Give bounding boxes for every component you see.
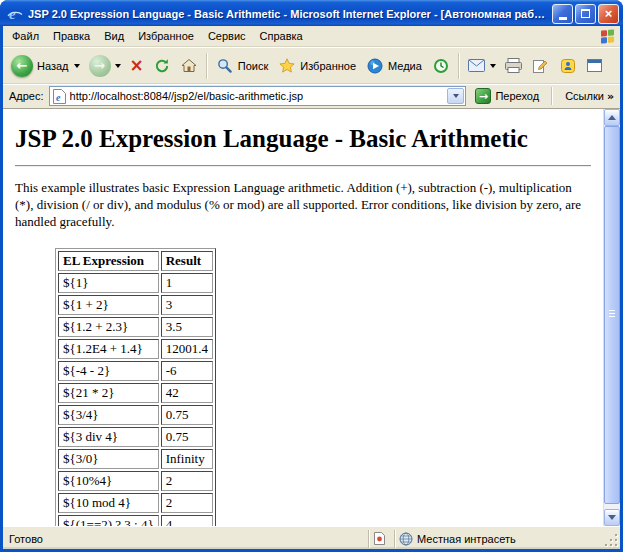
forward-button[interactable]: → xyxy=(85,52,125,80)
print-button[interactable] xyxy=(501,54,527,78)
status-page-icon xyxy=(373,532,385,546)
el-expression-cell: ${-4 - 2} xyxy=(58,361,159,381)
result-cell: 42 xyxy=(161,383,213,403)
media-icon xyxy=(366,57,384,75)
result-cell: 2 xyxy=(161,493,213,513)
result-cell: 2 xyxy=(161,471,213,491)
links-toolbar[interactable]: Ссылки » xyxy=(561,90,616,103)
resize-grip[interactable] xyxy=(604,531,618,547)
navigation-toolbar: ← Назад → × xyxy=(3,47,620,84)
refresh-button[interactable] xyxy=(149,54,175,78)
menu-item-help[interactable]: Справка xyxy=(253,27,310,45)
table-row: ${-4 - 2} -6 xyxy=(58,361,213,381)
vertical-scrollbar[interactable] xyxy=(603,109,620,526)
el-expression-cell: ${3/0} xyxy=(58,449,159,469)
favorites-star-icon xyxy=(278,57,296,75)
menu-item-file[interactable]: Файл xyxy=(5,27,46,45)
scroll-down-button[interactable] xyxy=(604,509,620,526)
address-bar: Адрес: e → Переход Ссылки » xyxy=(3,84,620,108)
result-cell: 3.5 xyxy=(161,317,213,337)
content-area: JSP 2.0 Expression Language - Basic Arit… xyxy=(3,108,620,526)
back-button[interactable]: ← Назад xyxy=(7,52,84,80)
scroll-thumb[interactable] xyxy=(604,126,620,504)
go-arrow-icon: → xyxy=(475,88,491,104)
title-bar: e JSP 2.0 Expression Language - Basic Ar… xyxy=(0,0,623,26)
back-dropdown-icon[interactable] xyxy=(74,64,80,71)
scroll-track[interactable] xyxy=(604,126,620,509)
el-expression-cell: ${10%4} xyxy=(58,471,159,491)
close-icon: × xyxy=(605,7,613,20)
search-button[interactable]: Поиск xyxy=(212,54,273,78)
favorites-button[interactable]: Избранное xyxy=(274,54,361,78)
table-header-row: EL Expression Result xyxy=(58,251,213,271)
status-text: Готово xyxy=(9,533,43,545)
menu-item-view[interactable]: Вид xyxy=(97,27,131,45)
status-icon-pane xyxy=(368,530,394,548)
el-expression-cell: ${1 + 2} xyxy=(58,295,159,315)
result-cell: 0.75 xyxy=(161,427,213,447)
menu-bar: Файл Правка Вид Избранное Сервис Справка xyxy=(3,26,620,47)
result-cell: 0.75 xyxy=(161,405,213,425)
edit-button[interactable] xyxy=(528,54,554,78)
result-cell: 1 xyxy=(161,273,213,293)
address-dropdown-button[interactable] xyxy=(447,88,464,104)
minimize-button[interactable] xyxy=(552,4,573,24)
intranet-globe-icon xyxy=(399,532,413,546)
media-button[interactable]: Медиа xyxy=(362,54,427,78)
mail-button[interactable] xyxy=(464,54,500,78)
forward-dropdown-icon[interactable] xyxy=(115,64,121,71)
home-button[interactable] xyxy=(176,54,202,78)
scroll-up-button[interactable] xyxy=(604,109,620,126)
chevron-down-icon xyxy=(453,94,459,101)
discuss-button[interactable] xyxy=(582,54,608,78)
result-cell: -6 xyxy=(161,361,213,381)
favorites-label: Избранное xyxy=(300,60,357,72)
status-bar: Готово xyxy=(3,526,620,549)
security-zone-pane: Местная интрасеть xyxy=(394,530,602,548)
scroll-down-arrow-icon xyxy=(608,515,616,524)
menu-item-favorites[interactable]: Избранное xyxy=(131,27,201,45)
page-content: JSP 2.0 Expression Language - Basic Arit… xyxy=(3,109,603,526)
close-button[interactable]: × xyxy=(598,4,619,24)
links-chevron-icon: » xyxy=(607,90,614,103)
result-cell: 3 xyxy=(161,295,213,315)
el-expression-header: EL Expression xyxy=(58,251,159,271)
mail-icon xyxy=(468,57,486,75)
el-expression-cell: ${10 mod 4} xyxy=(58,493,159,513)
result-cell: 4 xyxy=(161,515,213,526)
home-icon xyxy=(180,57,198,75)
zone-label: Местная интрасеть xyxy=(417,533,516,545)
el-expression-cell: ${1} xyxy=(58,273,159,293)
windows-flag-throbber-icon xyxy=(601,29,614,43)
search-label: Поиск xyxy=(238,60,269,72)
menu-item-edit[interactable]: Правка xyxy=(46,27,97,45)
edit-pencil-icon xyxy=(532,57,550,75)
table-row: ${1} 1 xyxy=(58,273,213,293)
address-combo[interactable]: e xyxy=(49,86,467,106)
go-label: Переход xyxy=(495,90,539,102)
page-heading: JSP 2.0 Expression Language - Basic Arit… xyxy=(15,125,591,153)
table-row: ${1 + 2} 3 xyxy=(58,295,213,315)
history-button[interactable] xyxy=(428,54,454,78)
table-row: ${1.2 + 2.3} 3.5 xyxy=(58,317,213,337)
messenger-button[interactable] xyxy=(555,54,581,78)
maximize-button[interactable] xyxy=(575,4,596,24)
go-button[interactable]: → Переход xyxy=(471,86,543,106)
table-row: ${3/0} Infinity xyxy=(58,449,213,469)
discuss-icon xyxy=(586,57,604,75)
stop-button[interactable]: × xyxy=(126,54,148,77)
back-icon: ← xyxy=(11,55,33,77)
toolbar-separator xyxy=(458,53,460,79)
ie-logo-icon: e xyxy=(6,5,24,23)
menu-item-tools[interactable]: Сервис xyxy=(201,27,253,45)
printer-icon xyxy=(505,57,523,75)
mail-dropdown-icon[interactable] xyxy=(490,64,496,71)
status-text-pane: Готово xyxy=(9,530,368,548)
intro-paragraph: This example illustrates basic Expressio… xyxy=(15,179,591,230)
address-input[interactable] xyxy=(70,88,445,104)
horizontal-rule xyxy=(15,165,591,167)
search-icon xyxy=(216,57,234,75)
stop-icon: × xyxy=(130,57,144,74)
table-row: ${10%4} 2 xyxy=(58,471,213,491)
el-expression-cell: ${1.2E4 + 1.4} xyxy=(58,339,159,359)
